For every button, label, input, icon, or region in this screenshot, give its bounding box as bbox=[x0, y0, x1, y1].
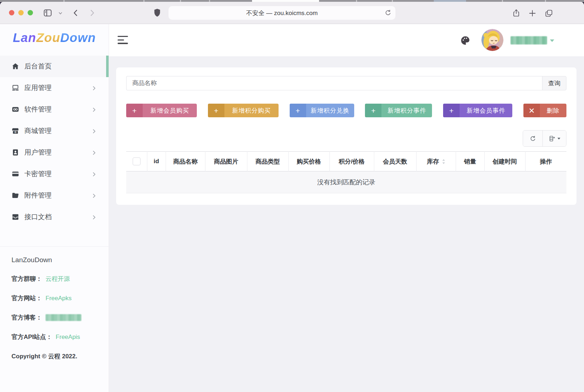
footer-label-blog: 官方博客： bbox=[11, 313, 42, 322]
app-logo[interactable]: LanZouDown bbox=[0, 30, 109, 45]
footer-link-website[interactable]: FreeApks bbox=[46, 295, 72, 302]
col-member-days: 会员天数 bbox=[374, 152, 416, 171]
table-header-row: id 商品名称 商品图片 商品类型 购买价格 积分/价格 会员天数 库存 bbox=[126, 152, 566, 171]
plus-icon: + bbox=[208, 104, 224, 117]
hamburger-menu-icon[interactable] bbox=[118, 36, 128, 45]
actions-row: + 新增会员购买 + 新增积分购买 + 新增积分兑换 + 新增积分事件 bbox=[126, 104, 566, 117]
sidebar-item-mall-management[interactable]: G 商城管理 bbox=[0, 120, 109, 142]
col-product-name: 商品名称 bbox=[166, 152, 205, 171]
chevron-right-icon bbox=[92, 86, 96, 92]
sidebar-item-attachment-management[interactable]: 附件管理 bbox=[0, 185, 109, 206]
chevron-down-icon[interactable] bbox=[58, 12, 62, 15]
browser-chrome: 不安全 — zou.koicms.com bbox=[0, 2, 584, 24]
footer-link-group-chat[interactable]: 云程开源 bbox=[46, 275, 70, 283]
username-redacted[interactable] bbox=[511, 36, 547, 44]
plus-icon: + bbox=[126, 104, 143, 117]
caret-down-icon[interactable] bbox=[550, 39, 554, 42]
sidebar-menu: 后台首页 应用管理 bbox=[0, 56, 109, 228]
forward-button[interactable] bbox=[90, 9, 95, 16]
col-sales: 销量 bbox=[456, 152, 484, 171]
chevron-right-icon bbox=[92, 129, 96, 135]
add-points-purchase-button[interactable]: + 新增积分购买 bbox=[208, 104, 279, 117]
footer-app-name: LanZouDown bbox=[11, 256, 109, 264]
chevron-right-icon bbox=[92, 215, 96, 221]
toggle-columns-button[interactable] bbox=[542, 131, 566, 146]
reload-icon[interactable] bbox=[384, 9, 392, 18]
sidebar-item-cardkey-management[interactable]: 卡密管理 bbox=[0, 163, 109, 185]
footer-label-group: 官方群聊： bbox=[11, 275, 42, 283]
delete-button[interactable]: ✕ 删除 bbox=[523, 104, 566, 117]
col-actions: 操作 bbox=[525, 152, 566, 171]
search-row: 查询 bbox=[126, 76, 566, 90]
user-avatar[interactable] bbox=[481, 29, 503, 51]
col-points-price: 积分/价格 bbox=[329, 152, 374, 171]
close-window-button[interactable] bbox=[9, 10, 14, 15]
plus-icon: + bbox=[290, 104, 306, 117]
col-stock-sortable[interactable]: 库存 bbox=[416, 152, 456, 171]
add-points-event-button[interactable]: + 新增积分事件 bbox=[365, 104, 432, 117]
sidebar-item-dashboard[interactable]: 后台首页 bbox=[0, 56, 109, 77]
sidebar-toggle-icon[interactable] bbox=[43, 8, 52, 18]
chevron-right-icon bbox=[92, 150, 96, 157]
empty-row: 没有找到匹配的记录 bbox=[126, 171, 566, 193]
privacy-shield-icon[interactable] bbox=[153, 8, 161, 18]
sort-icon bbox=[442, 159, 445, 164]
col-product-image: 商品图片 bbox=[205, 152, 247, 171]
back-button[interactable] bbox=[73, 9, 78, 16]
sidebar-item-software-management[interactable]: 软件管理 bbox=[0, 99, 109, 120]
zoom-window-button[interactable] bbox=[28, 10, 33, 15]
copyright-text: Copyright © 云程 2022. bbox=[11, 352, 109, 360]
footer-label-website: 官方网站： bbox=[11, 294, 42, 302]
main-content: 查询 + 新增会员购买 + 新增积分购买 + 新增积分兑换 bbox=[109, 24, 584, 392]
app-icon bbox=[11, 84, 19, 92]
sidebar-item-api-docs[interactable]: 接口文档 bbox=[0, 206, 109, 228]
select-all-checkbox[interactable] bbox=[133, 157, 141, 165]
folder-icon bbox=[11, 192, 19, 199]
sidebar-item-user-management[interactable]: 用户管理 bbox=[0, 142, 109, 163]
products-table: id 商品名称 商品图片 商品类型 购买价格 积分/价格 会员天数 库存 bbox=[126, 151, 566, 193]
palette-icon[interactable] bbox=[460, 35, 471, 46]
sidebar: LanZouDown 后台首页 bbox=[0, 24, 109, 392]
table-toolbar bbox=[523, 130, 566, 147]
address-bar-text: 不安全 — zou.koicms.com bbox=[246, 9, 318, 17]
refresh-button[interactable] bbox=[523, 131, 542, 146]
svg-text:G: G bbox=[15, 131, 16, 133]
card-key-icon bbox=[11, 170, 19, 178]
plus-icon: + bbox=[443, 104, 460, 117]
footer-link-api-site[interactable]: FreeApis bbox=[56, 334, 80, 341]
new-tab-icon[interactable] bbox=[529, 10, 536, 17]
chevron-right-icon bbox=[92, 172, 96, 178]
content-card: 查询 + 新增会员购买 + 新增积分购买 + 新增积分兑换 bbox=[116, 67, 576, 205]
user-icon bbox=[11, 148, 19, 156]
caret-down-icon bbox=[557, 138, 560, 140]
inbox-icon bbox=[11, 213, 19, 221]
footer-link-blog-redacted[interactable] bbox=[46, 314, 81, 321]
col-created-time: 创建时间 bbox=[484, 152, 525, 171]
browser-window: 不安全 — zou.koicms.com bbox=[0, 2, 584, 392]
add-member-purchase-button[interactable]: + 新增会员购买 bbox=[126, 104, 197, 117]
footer-label-api-site: 官方API站点： bbox=[11, 333, 52, 341]
col-id: id bbox=[147, 152, 166, 171]
col-product-type: 商品类型 bbox=[247, 152, 288, 171]
chevron-right-icon bbox=[92, 107, 96, 114]
share-icon[interactable] bbox=[512, 9, 521, 18]
x-icon: ✕ bbox=[523, 104, 540, 117]
sidebar-item-app-management[interactable]: 应用管理 bbox=[0, 77, 109, 99]
tab-overview-icon[interactable] bbox=[545, 9, 553, 18]
search-input[interactable] bbox=[126, 76, 542, 90]
software-icon bbox=[11, 105, 19, 113]
home-icon bbox=[11, 62, 19, 70]
sidebar-footer: LanZouDown 官方群聊： 云程开源 官方网站： FreeApks 官方博… bbox=[0, 246, 109, 392]
chevron-right-icon bbox=[92, 193, 96, 200]
topbar bbox=[109, 24, 584, 56]
plus-icon: + bbox=[365, 104, 381, 117]
add-points-exchange-button[interactable]: + 新增积分兑换 bbox=[290, 104, 354, 117]
mall-icon: G bbox=[11, 127, 19, 135]
select-all-cell bbox=[126, 152, 147, 171]
search-button[interactable]: 查询 bbox=[542, 76, 566, 90]
no-records-message: 没有找到匹配的记录 bbox=[126, 171, 566, 193]
col-purchase-price: 购买价格 bbox=[288, 152, 329, 171]
add-member-event-button[interactable]: + 新增会员事件 bbox=[443, 104, 512, 117]
address-bar[interactable]: 不安全 — zou.koicms.com bbox=[168, 6, 395, 20]
minimize-window-button[interactable] bbox=[18, 10, 24, 15]
